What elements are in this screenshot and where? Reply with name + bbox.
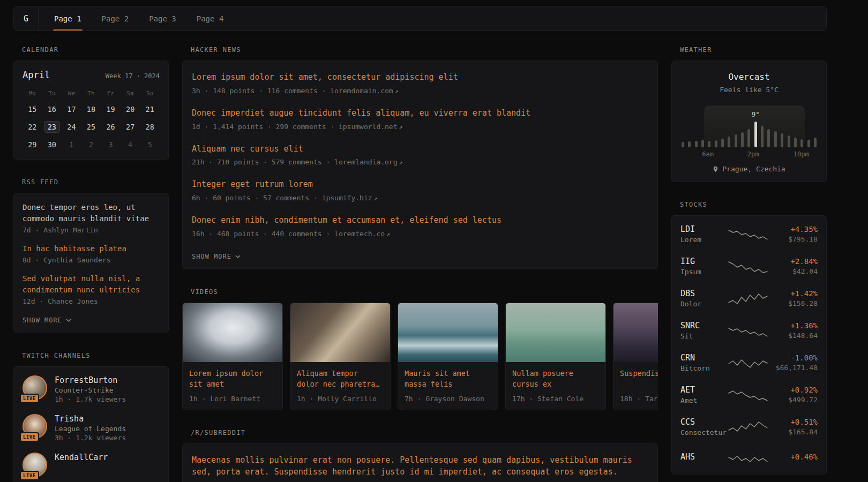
stock-sparkline (728, 419, 768, 435)
top-bar: G Page 1 Page 2 Page 3 Page 4 (13, 6, 827, 31)
hn-item-title[interactable]: Lorem ipsum dolor sit amet, consectetur … (192, 72, 648, 84)
stock-symbol: LDI (680, 224, 728, 234)
calendar-day: 20 (121, 102, 140, 116)
stock-name: Dolor (680, 300, 728, 308)
video-card[interactable]: Lorem ipsum dolor sit amet consectetu… 1… (182, 303, 283, 410)
stock-row[interactable]: SNRC Sit +1.36% $148.64 (680, 314, 818, 347)
tab-page-2[interactable]: Page 2 (95, 6, 136, 31)
calendar-day-headers: Mo Tu We Th Fr Sa Su (23, 90, 160, 97)
calendar-day-next-month: 5 (140, 138, 160, 152)
hn-item: Integer eget rutrum lorem 6h · 60 points… (192, 179, 648, 202)
hn-domain-link[interactable]: loremtech.co (334, 230, 385, 238)
stock-values: +4.35% $795.18 (768, 225, 818, 243)
stock-row[interactable]: DBS Dolor +1.42% $156.28 (680, 282, 818, 314)
twitch-channel-info: KendallCarr (55, 453, 108, 477)
subreddit-item-title[interactable]: Maecenas mollis pulvinar erat non posuer… (192, 455, 648, 478)
video-card[interactable]: Suspendisse diam 18h · Tara (613, 303, 658, 410)
stock-id: CCS Consectetur (680, 417, 728, 436)
time-label: 6am (702, 150, 714, 158)
calendar-day: 19 (101, 102, 121, 116)
hn-item-title[interactable]: Donec enim nibh, condimentum et accumsan… (192, 215, 648, 227)
subreddit-widget: /R/SUBREDDIT Maecenas mollis pulvinar er… (182, 429, 658, 482)
twitch-channel-game: Counter-Strike (55, 386, 126, 394)
hn-item-title[interactable]: Donec imperdiet augue tincidunt felis al… (192, 108, 648, 119)
twitch-channel[interactable]: LIVE Trisha League of Legends 3h · 1.2k … (23, 414, 160, 442)
stock-change: +0.92% (768, 386, 818, 394)
stock-change: +0.46% (768, 453, 818, 461)
stock-sparkline (728, 226, 768, 242)
external-link-icon: ↗ (374, 194, 378, 202)
stock-name: Bitcorn (680, 364, 728, 372)
stock-row[interactable]: CRN Bitcorn -1.00% $66,171.48 (680, 347, 818, 379)
stock-price: $148.64 (768, 332, 818, 340)
rss-item-title[interactable]: In hac habitasse platea (23, 243, 160, 254)
hn-item-title[interactable]: Integer eget rutrum lorem (192, 179, 648, 191)
weather-widget: WEATHER Overcast Feels like 5°C 9° 6am 2… (671, 46, 827, 182)
video-card[interactable]: Mauris sit amet massa felis 7h · Grayson… (398, 303, 498, 410)
dow-label: We (62, 90, 81, 97)
hn-domain-link[interactable]: loremdomain.com (330, 87, 393, 95)
tab-page-1[interactable]: Page 1 (48, 6, 88, 31)
external-link-icon: ↗ (399, 159, 403, 166)
tab-page-4[interactable]: Page 4 (190, 6, 230, 31)
calendar-day-next-month: 4 (121, 138, 140, 152)
weather-bar (682, 142, 684, 147)
left-column: CALENDAR April Week 17 · 2024 Mo Tu We T… (13, 46, 169, 482)
video-title: Aliquam tempor dolor nec pharetra… (290, 362, 390, 390)
video-meta: 1h · Molly Carrillo (290, 390, 390, 410)
hn-item: Donec enim nibh, condimentum et accumsan… (192, 215, 648, 238)
weather-feels-like: Feels like 5°C (680, 86, 818, 94)
hn-domain-link[interactable]: loremlandia.org (334, 158, 397, 166)
stock-row[interactable]: IIG Ipsum +2.84% $42.04 (680, 250, 818, 282)
calendar-days-grid: 15 16 17 18 19 20 21 22 23 24 25 26 27 2… (23, 102, 160, 152)
stock-change: +1.36% (768, 321, 818, 330)
rss-widget: RSS FEED Donec tempor eros leo, ut commo… (13, 178, 169, 333)
videos-widget: VIDEOS Lorem ipsum dolor sit amet consec… (182, 288, 658, 410)
rss-item-title[interactable]: Sed volutpat nulla nisl, a condimentum n… (23, 273, 160, 296)
twitch-channel[interactable]: LIVE KendallCarr (23, 453, 160, 477)
stock-values: +1.42% $156.28 (768, 289, 818, 307)
weather-bar (715, 140, 717, 147)
video-card[interactable]: Aliquam tempor dolor nec pharetra… 1h · … (290, 303, 391, 410)
stock-values: +0.92% $499.72 (768, 386, 818, 404)
weather-location-text: Prague, Czechia (722, 165, 785, 173)
stock-symbol: CCS (680, 417, 728, 427)
weather-bar (800, 139, 803, 147)
hn-domain-link[interactable]: ipsumify.biz (322, 194, 372, 202)
stock-row[interactable]: AET Amet +0.92% $499.72 (680, 379, 818, 411)
weather-bar (761, 126, 764, 147)
stock-name: Consectetur (680, 428, 728, 436)
calendar-header-row: April Week 17 · 2024 (23, 70, 160, 80)
twitch-channel-name: KendallCarr (55, 453, 108, 462)
external-link-icon: ↗ (399, 123, 403, 131)
stock-row[interactable]: CCS Consectetur +0.51% $165.84 (680, 411, 818, 443)
stock-symbol: AET (680, 385, 728, 395)
video-meta: 7h · Grayson Dawson (398, 390, 498, 410)
twitch-channel-meta: 1h · 1.7k viewers (55, 395, 126, 403)
stock-row[interactable]: AHS +0.46% (680, 443, 818, 472)
twitch-channel[interactable]: LIVE ForrestBurton Counter-Strike 1h · 1… (23, 375, 160, 403)
rss-item-title[interactable]: Donec tempor eros leo, ut commodo mauris… (23, 202, 160, 224)
hn-show-more-button[interactable]: SHOW MORE (192, 253, 241, 260)
hn-item: Donec imperdiet augue tincidunt felis al… (192, 108, 648, 131)
video-card[interactable]: Nullam posuere cursus ex 17h · Stefan Co… (505, 303, 606, 410)
hn-domain-link[interactable]: ipsumworld.net (339, 123, 398, 131)
stock-row[interactable]: LDI Lorem +4.35% $795.18 (680, 218, 818, 250)
video-thumbnail (183, 303, 282, 362)
video-thumbnail (398, 303, 498, 362)
subreddit-section-title: /R/SUBREDDIT (191, 429, 658, 436)
hn-item-title[interactable]: Aliquam nec cursus elit (192, 144, 648, 155)
rss-show-more-button[interactable]: SHOW MORE (23, 317, 71, 324)
calendar-day-next-month: 1 (62, 138, 81, 152)
hn-item-meta: 6h · 60 points · 57 comments · ipsumify.… (192, 194, 648, 202)
videos-section-title: VIDEOS (191, 288, 658, 296)
main-content: CALENDAR April Week 17 · 2024 Mo Tu We T… (13, 46, 827, 482)
twitch-channel-info: Trisha League of Legends 3h · 1.2k viewe… (55, 414, 126, 442)
stocks-section-title: STOCKS (680, 201, 827, 208)
weather-bar (708, 141, 710, 147)
rss-item: In hac habitasse platea 8d · Cynthia Sau… (23, 243, 160, 264)
videos-row: Lorem ipsum dolor sit amet consectetu… 1… (182, 303, 658, 410)
tab-page-3[interactable]: Page 3 (143, 6, 183, 31)
stock-price: $165.84 (768, 428, 818, 436)
calendar-card: April Week 17 · 2024 Mo Tu We Th Fr Sa S… (13, 61, 169, 160)
